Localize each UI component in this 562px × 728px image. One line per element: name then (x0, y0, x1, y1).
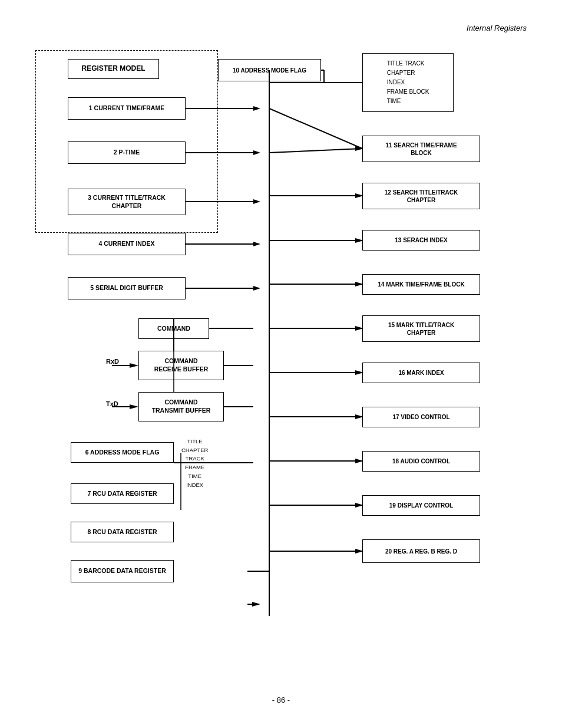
box-18: 18 AUDIO CONTROL (362, 451, 480, 472)
box-4: 4 CURRENT INDEX (68, 233, 186, 255)
box-12: 12 SEARCH TITLE/TRACK CHAPTER (362, 183, 480, 209)
svg-line-3 (269, 108, 362, 149)
svg-marker-6 (253, 150, 260, 155)
box-rxd: COMMAND RECEIVE BUFFER (138, 351, 224, 380)
box-15: 15 MARK TITLE/TRACK CHAPTER (362, 315, 480, 342)
svg-line-7 (269, 149, 362, 153)
svg-marker-9 (253, 199, 260, 204)
box-13: 13 SERACH INDEX (362, 230, 480, 251)
box-5: 5 SERIAL DIGIT BUFFER (68, 277, 186, 299)
box-2: 2 P-TIME (68, 141, 186, 164)
box-command: COMMAND (138, 318, 209, 339)
box-1: 1 CURRENT TIME/FRAME (68, 97, 186, 120)
svg-marker-41 (252, 602, 260, 607)
svg-marker-2 (253, 106, 260, 111)
rxd-label: RxD (106, 358, 119, 365)
txd-label: TxD (106, 400, 118, 407)
box-10-inner: TITLE TRACK CHAPTER INDEX FRAME BLOCK TI… (362, 53, 454, 112)
box-16: 16 MARK INDEX (362, 363, 480, 383)
svg-marker-17 (253, 286, 260, 291)
box-3: 3 CURRENT TITLE/TRACK CHAPTER (68, 189, 186, 215)
box-11: 11 SEARCH TIME/FRAME BLOCK (362, 136, 480, 162)
page-header: Internal Registers (467, 24, 527, 32)
box-19: 19 DISPLAY CONTROL (362, 495, 480, 516)
box-17: 17 VIDEO CONTROL (362, 407, 480, 427)
svg-marker-29 (130, 404, 138, 409)
box-txd: COMMAND TRANSMIT BUFFER (138, 392, 224, 421)
register-model-box: REGISTER MODEL (68, 59, 159, 79)
box-7: 7 RCU DATA REGISTER (71, 483, 174, 504)
box-14: 14 MARK TIME/FRAME BLOCK (362, 274, 480, 295)
box-9: 9 BARCODE DATA REGISTER (71, 560, 174, 582)
box-10: 10 ADDRESS MODE FLAG (218, 59, 321, 81)
box-6: 6 ADDRESS MODE FLAG (71, 442, 174, 463)
svg-marker-24 (130, 363, 138, 368)
svg-marker-13 (253, 242, 260, 246)
title-group-label: TITLE CHAPTER TRACK FRAME TIME INDEX (181, 437, 208, 489)
page-footer: - 86 - (272, 696, 290, 704)
box-20: 20 REG. A REG. B REG. D (362, 539, 480, 563)
box-8: 8 RCU DATA REGISTER (71, 522, 174, 542)
